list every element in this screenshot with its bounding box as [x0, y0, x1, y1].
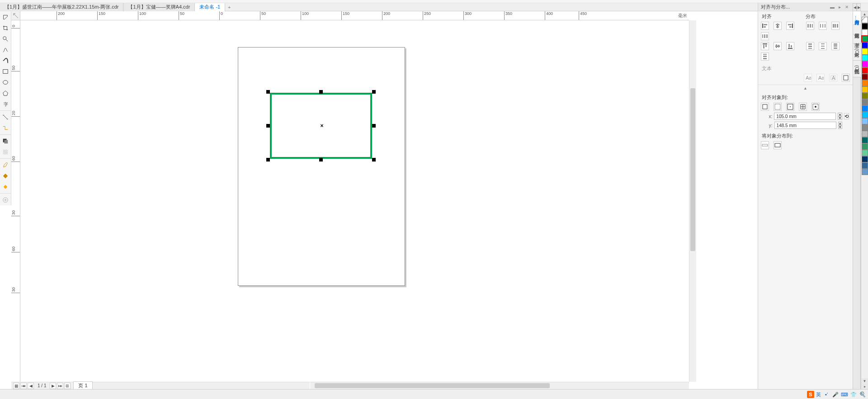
- ime-sogou-icon[interactable]: S: [807, 391, 814, 398]
- ruler-origin[interactable]: [11, 11, 20, 20]
- selection-handle-tl[interactable]: [266, 90, 270, 94]
- selection-handle-ml[interactable]: [266, 124, 270, 128]
- selection-handle-br[interactable]: [372, 158, 376, 162]
- align-to-page-center[interactable]: [786, 103, 794, 111]
- swatch-000000[interactable]: [862, 23, 868, 29]
- align-bottom[interactable]: [786, 42, 794, 50]
- swatch-00ffff[interactable]: [862, 55, 868, 61]
- page-new-icon[interactable]: ▦: [13, 383, 19, 389]
- swatch-00c0ff[interactable]: [862, 112, 868, 118]
- distribute-spacing-h[interactable]: [831, 22, 840, 30]
- swatch-800000[interactable]: [862, 74, 868, 80]
- crop-tool[interactable]: [0, 23, 11, 33]
- coord-y-input[interactable]: [774, 122, 836, 129]
- coord-y-spinner[interactable]: ▲▼: [838, 122, 842, 129]
- align-to-grid[interactable]: [799, 103, 807, 111]
- align-left[interactable]: [761, 22, 769, 30]
- connector-tool[interactable]: [0, 123, 11, 133]
- horizontal-scrollbar[interactable]: [310, 382, 689, 389]
- align-top[interactable]: [761, 42, 769, 50]
- swatch-0080ff[interactable]: [862, 105, 868, 112]
- horizontal-ruler[interactable]: 200 150 100 50 0 50 100 150 200 250 300 …: [20, 11, 689, 20]
- selection-handle-bl[interactable]: [266, 158, 270, 162]
- docker-prev[interactable]: ◀: [853, 3, 857, 11]
- swatch-ff00ff[interactable]: [862, 61, 868, 67]
- ellipse-tool[interactable]: [0, 77, 11, 87]
- panel-section-collapse[interactable]: ▲: [758, 85, 853, 91]
- doc-tab-1[interactable]: 【1月】宝健——奖牌A4.cdr: [123, 3, 195, 11]
- vscroll-thumb[interactable]: [690, 88, 695, 251]
- ime-keyboard-icon[interactable]: ⌨: [841, 391, 848, 398]
- palette-up[interactable]: ▲: [861, 11, 868, 17]
- panel-menu-icon[interactable]: ▸: [836, 4, 843, 10]
- coord-x-input[interactable]: [774, 113, 836, 120]
- coord-x-spinner[interactable]: ▲▼: [838, 113, 842, 120]
- align-to-point[interactable]: [811, 103, 820, 111]
- distribute-right[interactable]: [761, 32, 769, 40]
- coord-link-icon[interactable]: ⟲: [844, 113, 849, 119]
- polygon-tool[interactable]: [0, 88, 11, 98]
- artistic-media-tool[interactable]: [0, 56, 11, 66]
- distribute-bottom[interactable]: [761, 52, 769, 61]
- docker-tab-objects[interactable]: 对象(O): [853, 44, 861, 61]
- docker-tab-gradient[interactable]: 渐变: [853, 34, 861, 44]
- hscroll-thumb[interactable]: [315, 383, 550, 388]
- distribute-center-v[interactable]: [819, 42, 827, 50]
- swatch-003366[interactable]: [862, 156, 868, 162]
- swatch-ff0000[interactable]: [862, 67, 868, 74]
- swatch-none[interactable]: [862, 17, 868, 23]
- vertical-scrollbar[interactable]: [689, 20, 696, 382]
- docker-next[interactable]: ▶: [857, 3, 861, 11]
- selection-handle-bm[interactable]: [319, 158, 323, 162]
- page-last[interactable]: ⏭: [57, 383, 63, 389]
- ime-punct-icon[interactable]: •′: [823, 391, 830, 398]
- swatch-339966[interactable]: [862, 143, 868, 150]
- add-tab-button[interactable]: +: [225, 3, 233, 11]
- align-right[interactable]: [786, 22, 794, 30]
- panel-title-bar[interactable]: 对齐与分布... ▬ ▸ ✕: [758, 3, 853, 11]
- distribute-left[interactable]: [806, 22, 814, 30]
- selection-handle-mr[interactable]: [372, 124, 376, 128]
- smart-fill-tool[interactable]: [0, 182, 11, 192]
- align-center-h[interactable]: [774, 22, 782, 30]
- fill-tool[interactable]: [0, 171, 11, 181]
- transparency-tool[interactable]: [0, 147, 11, 157]
- align-center-v[interactable]: [774, 42, 782, 50]
- palette-down[interactable]: ▼: [861, 378, 868, 384]
- palette-menu[interactable]: ▸: [861, 384, 868, 389]
- dimension-tool[interactable]: [0, 112, 11, 122]
- swatch-00a651[interactable]: [862, 36, 868, 42]
- ime-mic-icon[interactable]: 🎤: [832, 391, 839, 398]
- ime-settings-icon[interactable]: 🔧: [859, 391, 866, 398]
- distribute-spacing-v[interactable]: [831, 42, 840, 50]
- selection-center[interactable]: ×: [320, 124, 324, 128]
- distribute-top[interactable]: [806, 42, 814, 50]
- swatch-bbbbbb[interactable]: [862, 131, 868, 137]
- doc-tab-2[interactable]: 未命名 -1: [195, 3, 225, 11]
- swatch-80c0ff[interactable]: [862, 118, 868, 124]
- page-first[interactable]: ⏮: [20, 383, 27, 389]
- page-next[interactable]: ▶: [50, 383, 56, 389]
- docker-tab-props[interactable]: 对象属性: [853, 25, 861, 34]
- page-add[interactable]: ⊞: [64, 383, 71, 389]
- rectangle-tool[interactable]: [0, 66, 11, 76]
- panel-close-icon[interactable]: ✕: [844, 4, 850, 10]
- swatch-66cc99[interactable]: [862, 150, 868, 156]
- distribute-center-h[interactable]: [819, 22, 827, 30]
- align-to-page-edge[interactable]: [774, 103, 782, 111]
- swatch-808000[interactable]: [862, 93, 868, 99]
- swatch-ffc000[interactable]: [862, 86, 868, 93]
- freehand-tool[interactable]: [0, 45, 11, 55]
- swatch-ff8000[interactable]: [862, 80, 868, 86]
- zoom-tool[interactable]: [0, 34, 11, 44]
- ime-skin-icon[interactable]: 👕: [850, 391, 857, 398]
- shape-tool[interactable]: [0, 12, 11, 22]
- page-prev[interactable]: ◀: [28, 383, 34, 389]
- text-tool[interactable]: 字: [0, 99, 11, 109]
- swatch-808080[interactable]: [862, 99, 868, 105]
- docker-tab-align[interactable]: 对齐与分布...: [853, 11, 861, 25]
- outline-toggle[interactable]: [842, 74, 850, 82]
- distribute-to-selection[interactable]: [761, 141, 769, 149]
- docker-tab-tray[interactable]: 托盘图(O): [853, 61, 861, 77]
- swatch-ffffff[interactable]: [862, 29, 868, 36]
